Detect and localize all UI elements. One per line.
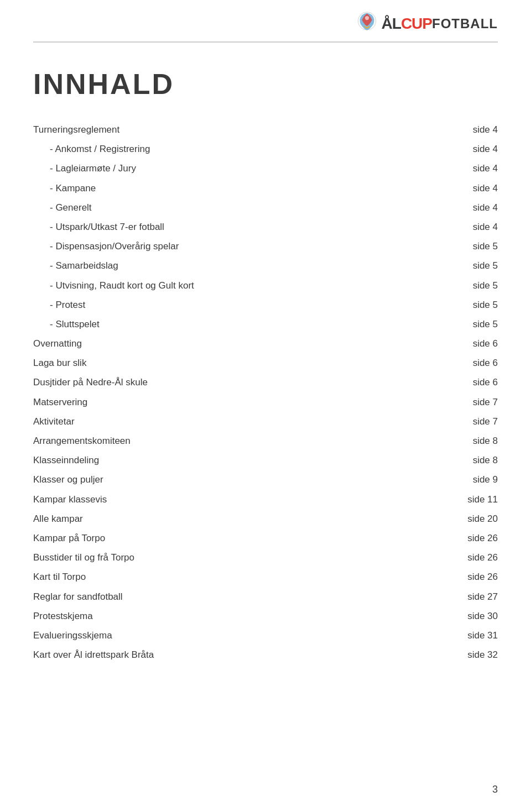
toc-item-page: side 20 bbox=[467, 511, 498, 526]
toc-item: Dusjtider på Nedre-Ål skuleside 6 bbox=[33, 373, 498, 392]
toc-item: Protestskjemaside 30 bbox=[33, 606, 498, 626]
toc-item: Busstider til og frå Torposide 26 bbox=[33, 548, 498, 567]
toc-item-label: - Samarbeidslag bbox=[33, 258, 118, 273]
toc-item: - Protestside 5 bbox=[33, 295, 498, 315]
toc-item-page: side 6 bbox=[473, 375, 498, 390]
toc-item-label: - Kampane bbox=[33, 181, 96, 196]
toc-item-page: side 8 bbox=[473, 433, 498, 448]
toc-item-page: side 26 bbox=[467, 569, 498, 584]
toc-item-label: Dusjtider på Nedre-Ål skule bbox=[33, 375, 148, 390]
toc-item: Kampar på Torposide 26 bbox=[33, 528, 498, 548]
toc-item-label: Aktivitetar bbox=[33, 414, 75, 429]
toc-item-page: side 4 bbox=[473, 122, 498, 137]
toc-item: Arrangementskomiteenside 8 bbox=[33, 431, 498, 450]
toc-item: - Utvisning, Raudt kort og Gult kortside… bbox=[33, 276, 498, 295]
toc-item-label: - Generelt bbox=[33, 200, 92, 215]
toc-item-page: side 5 bbox=[473, 317, 498, 332]
toc-item-label: Busstider til og frå Torpo bbox=[33, 550, 134, 565]
toc-item-label: Klasseinndeling bbox=[33, 453, 99, 468]
toc-item-page: side 27 bbox=[467, 589, 498, 604]
toc-item-page: side 11 bbox=[467, 492, 498, 507]
svg-point-1 bbox=[365, 16, 368, 20]
toc-item: - Ankomst / Registreringside 4 bbox=[33, 139, 498, 159]
toc-item-page: side 5 bbox=[473, 297, 498, 312]
toc-item-page: side 7 bbox=[473, 395, 498, 410]
toc-item-label: - Utvisning, Raudt kort og Gult kort bbox=[33, 278, 194, 293]
toc-item-label: - Ankomst / Registrering bbox=[33, 142, 150, 156]
toc-item-label: - Utspark/Utkast 7-er fotball bbox=[33, 219, 164, 234]
toc-item: - Dispensasjon/Overårig spelarside 5 bbox=[33, 237, 498, 256]
toc-item: Reglar for sandfotballside 27 bbox=[33, 587, 498, 606]
toc-item-page: side 4 bbox=[473, 200, 498, 215]
toc-item: - Utspark/Utkast 7-er fotballside 4 bbox=[33, 217, 498, 237]
toc-item: - Genereltside 4 bbox=[33, 198, 498, 217]
toc-item-page: side 6 bbox=[473, 336, 498, 351]
logo-al-text: ÅL bbox=[382, 15, 401, 33]
toc-item-page: side 4 bbox=[473, 142, 498, 156]
toc-item: Laga bur slikside 6 bbox=[33, 353, 498, 373]
toc-item: Evalueringsskjemaside 31 bbox=[33, 626, 498, 645]
toc-item-page: side 32 bbox=[467, 647, 498, 662]
toc-item-page: side 8 bbox=[473, 453, 498, 468]
toc-item: Turneringsreglementside 4 bbox=[33, 120, 498, 139]
toc-item: Klasser og puljerside 9 bbox=[33, 470, 498, 489]
toc-item-label: Evalueringsskjema bbox=[33, 628, 112, 643]
toc-item-page: side 4 bbox=[473, 219, 498, 234]
toc-item-label: Arrangementskomiteen bbox=[33, 433, 131, 448]
toc-item-label: - Lagleiarmøte / Jury bbox=[33, 161, 136, 176]
toc-item-page: side 9 bbox=[473, 472, 498, 487]
header: ÅL CUP FOTBALL bbox=[33, 0, 498, 43]
toc-item-label: Protestskjema bbox=[33, 609, 93, 624]
toc-item-label: Kart til Torpo bbox=[33, 569, 86, 584]
toc-item-page: side 5 bbox=[473, 258, 498, 273]
toc-item-label: - Dispensasjon/Overårig spelar bbox=[33, 239, 179, 254]
toc-item: Matserveringside 7 bbox=[33, 392, 498, 412]
toc-item-label: Kart over Ål idrettspark Bråta bbox=[33, 647, 154, 662]
toc-item-label: Alle kampar bbox=[33, 511, 83, 526]
toc-item: Alle kamparside 20 bbox=[33, 509, 498, 528]
toc-item-label: Matservering bbox=[33, 395, 87, 410]
toc-item-page: side 6 bbox=[473, 355, 498, 370]
toc-item: Klasseinndelingside 8 bbox=[33, 450, 498, 470]
toc-item-label: Reglar for sandfotball bbox=[33, 589, 123, 604]
toc-item: - Kampaneside 4 bbox=[33, 179, 498, 198]
toc-item: Kart til Torposide 26 bbox=[33, 567, 498, 586]
toc-item-page: side 4 bbox=[473, 161, 498, 176]
toc-item: Kampar klassevisside 11 bbox=[33, 490, 498, 509]
toc-item-label: - Protest bbox=[33, 297, 85, 312]
toc-item-page: side 4 bbox=[473, 181, 498, 196]
toc-item-label: Kampar klassevis bbox=[33, 492, 107, 507]
toc-item: - Samarbeidslagside 5 bbox=[33, 256, 498, 275]
toc-item-page: side 5 bbox=[473, 239, 498, 254]
toc-item-label: Kampar på Torpo bbox=[33, 531, 105, 546]
toc-item-page: side 30 bbox=[467, 609, 498, 624]
toc-item-page: side 26 bbox=[467, 550, 498, 565]
toc-item-label: - Sluttspelet bbox=[33, 317, 100, 332]
page-container: ÅL CUP FOTBALL INNHALD Turneringsregleme… bbox=[0, 0, 531, 812]
toc-item: Aktivitetarside 7 bbox=[33, 412, 498, 431]
toc-item-page: side 31 bbox=[467, 628, 498, 643]
toc-item: - Lagleiarmøte / Juryside 4 bbox=[33, 159, 498, 178]
logo: ÅL CUP FOTBALL bbox=[355, 11, 498, 36]
toc-item-label: Laga bur slik bbox=[33, 355, 86, 370]
toc-item: Overnattingside 6 bbox=[33, 334, 498, 353]
toc-item-label: Overnatting bbox=[33, 336, 82, 351]
logo-icon bbox=[355, 11, 379, 36]
toc-item: - Sluttspeletside 5 bbox=[33, 315, 498, 334]
toc-item-label: Klasser og puljer bbox=[33, 472, 103, 487]
toc-item: Kart over Ål idrettspark Bråtaside 32 bbox=[33, 645, 498, 664]
toc-item-page: side 5 bbox=[473, 278, 498, 293]
page-number: 3 bbox=[492, 784, 498, 795]
logo-cup-text: CUP bbox=[401, 15, 432, 33]
page-title: INNHALD bbox=[33, 67, 498, 101]
toc-item-page: side 26 bbox=[467, 531, 498, 546]
logo-fotball-text: FOTBALL bbox=[432, 16, 498, 32]
table-of-contents: Turneringsreglementside 4- Ankomst / Reg… bbox=[33, 120, 498, 664]
toc-item-page: side 7 bbox=[473, 414, 498, 429]
toc-item-label: Turneringsreglement bbox=[33, 122, 119, 137]
